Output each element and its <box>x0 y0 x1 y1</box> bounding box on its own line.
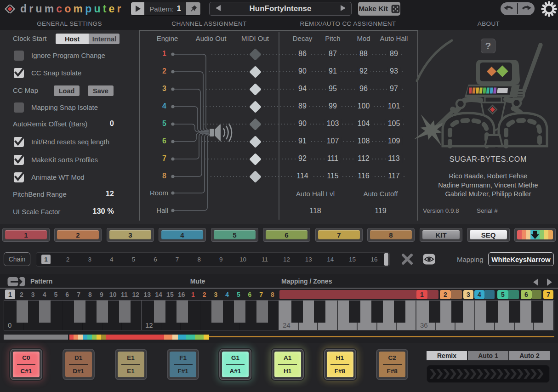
chain-scroll-thumb[interactable] <box>384 253 388 266</box>
chain-step-16[interactable]: 16 <box>369 253 380 266</box>
mapping-mode-select[interactable]: WhiteKeysNarrow <box>488 252 554 266</box>
zones-next-button[interactable] <box>547 278 552 286</box>
black-key[interactable] <box>371 301 383 323</box>
cc-value[interactable]: 91 <box>296 137 309 145</box>
cc-value[interactable]: 115 <box>325 172 341 180</box>
cc-value[interactable]: 90 <box>296 67 309 75</box>
pattern-button-3[interactable]: 3 <box>106 227 155 243</box>
cc-value[interactable]: 105 <box>386 119 403 128</box>
engine-number[interactable]: 1 <box>153 50 166 58</box>
redo-button[interactable] <box>518 2 535 15</box>
settings-gear-button[interactable] <box>541 1 557 17</box>
zone-root-3[interactable]: 3 <box>463 290 473 299</box>
pattern-step-10[interactable]: 10 <box>108 290 118 299</box>
cc-value[interactable]: 116 <box>355 172 372 180</box>
cc-value[interactable]: 89 <box>296 102 309 110</box>
tab-channel-assignment[interactable]: CHANNEL ASSIGNMENT <box>171 20 246 27</box>
cc-value[interactable]: 114 <box>294 172 311 180</box>
pattern-step-2[interactable]: 2 <box>17 290 27 299</box>
ccmap-save-button[interactable]: Save <box>88 85 114 96</box>
pattern-button-KIT[interactable]: KIT <box>419 227 463 243</box>
pattern-bank-import-button[interactable] <box>513 227 557 243</box>
black-key[interactable] <box>429 301 440 323</box>
checkbox-checked[interactable] <box>14 172 24 182</box>
auto-cutoff-value[interactable]: 119 <box>372 207 389 215</box>
pattern-step-8[interactable]: 8 <box>85 290 95 299</box>
pattern-button-6[interactable]: 6 <box>262 227 311 243</box>
zones-prev-button[interactable] <box>533 278 538 286</box>
cc-value[interactable]: 90 <box>296 119 309 128</box>
cc-value[interactable]: 94 <box>296 85 309 93</box>
cc-value[interactable]: 113 <box>386 154 402 163</box>
chain-clear-button[interactable] <box>401 253 414 265</box>
chain-step-10[interactable]: 10 <box>237 253 248 266</box>
zone-tail-6[interactable] <box>532 290 541 299</box>
black-key[interactable] <box>509 301 520 323</box>
pad-F1[interactable]: F1F#1 <box>166 348 200 381</box>
chain-step-5[interactable]: 5 <box>128 253 139 266</box>
chain-step-9[interactable]: 9 <box>216 253 227 266</box>
pattern-pin-button[interactable] <box>186 2 200 15</box>
mute-number-3[interactable]: 3 <box>211 290 221 299</box>
engine-number[interactable]: 8 <box>153 172 166 180</box>
mute-number-4[interactable]: 4 <box>222 290 232 299</box>
pattern-select[interactable]: Pattern: 1 <box>144 2 186 15</box>
copy-pattern-icon[interactable] <box>7 277 25 287</box>
cc-value[interactable]: 101 <box>386 102 403 110</box>
play-button[interactable] <box>131 2 144 15</box>
zone-root-4[interactable]: 4 <box>474 290 484 299</box>
cc-value[interactable]: 108 <box>355 137 372 145</box>
cc-value[interactable]: 100 <box>355 102 372 110</box>
pattern-step-15[interactable]: 15 <box>165 290 175 299</box>
checkbox-unchecked[interactable] <box>14 51 24 61</box>
piano-keyboard[interactable]: 0122436 <box>4 300 554 330</box>
cc-value[interactable]: 87 <box>326 50 339 58</box>
engine-number[interactable]: 6 <box>153 137 166 145</box>
mute-number-5[interactable]: 5 <box>233 290 244 299</box>
pattern-button-4[interactable]: 4 <box>158 227 207 243</box>
checkbox-checked[interactable] <box>14 137 24 147</box>
pad-C2[interactable]: C2F#8 <box>375 348 409 381</box>
black-key[interactable] <box>394 301 405 323</box>
chain-step-1[interactable]: 1 <box>40 253 51 266</box>
cc-value[interactable]: 103 <box>325 119 342 128</box>
cc-value[interactable]: 91 <box>326 67 339 75</box>
chain-step-3[interactable]: 3 <box>84 253 95 266</box>
black-key[interactable] <box>349 301 360 323</box>
pad-G1[interactable]: G1A#1 <box>218 348 252 381</box>
checkbox-checked[interactable] <box>14 155 24 165</box>
zone-tail-2[interactable] <box>451 290 462 299</box>
cc-value[interactable]: 109 <box>386 137 403 145</box>
pattern-step-12[interactable]: 12 <box>131 290 141 299</box>
view-eye-button[interactable] <box>423 254 435 265</box>
toggle-option-internal[interactable]: Internal <box>89 34 120 44</box>
preset-prev-button[interactable] <box>210 5 226 12</box>
black-key[interactable] <box>314 301 325 323</box>
zone-root-2[interactable]: 2 <box>440 290 451 299</box>
chain-step-13[interactable]: 13 <box>303 253 314 266</box>
chain-step-8[interactable]: 8 <box>194 253 205 266</box>
chain-step-11[interactable]: 11 <box>259 253 270 266</box>
black-key[interactable] <box>531 301 543 323</box>
clock-start-toggle[interactable]: HostInternal <box>56 34 120 44</box>
black-key[interactable] <box>154 301 165 323</box>
black-key[interactable] <box>39 301 51 323</box>
zone-bar-1[interactable] <box>279 290 438 299</box>
black-key[interactable] <box>177 301 188 323</box>
cc-value[interactable]: 95 <box>326 85 339 93</box>
pattern-button-1[interactable]: 1 <box>1 227 51 243</box>
black-key[interactable] <box>211 301 223 323</box>
engine-number[interactable]: 7 <box>153 154 166 163</box>
cc-value[interactable]: 99 <box>326 102 339 110</box>
pattern-button-2[interactable]: 2 <box>53 227 102 243</box>
pattern-step-13[interactable]: 13 <box>142 290 152 299</box>
black-key[interactable] <box>74 301 85 323</box>
chain-step-2[interactable]: 2 <box>63 253 74 266</box>
tab-general-settings[interactable]: GENERAL SETTINGS <box>37 20 102 27</box>
preset-next-button[interactable] <box>335 5 351 12</box>
mute-number-1[interactable]: 1 <box>188 290 198 299</box>
remix-tab-auto-2[interactable]: Auto 2 <box>509 351 550 360</box>
cc-value[interactable]: 96 <box>357 85 370 93</box>
checkbox-checked[interactable] <box>14 68 24 78</box>
remix-tab-auto-1[interactable]: Auto 1 <box>468 351 508 360</box>
